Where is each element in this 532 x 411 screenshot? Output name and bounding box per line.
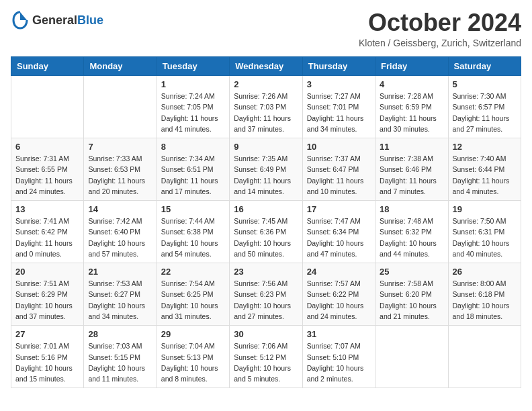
calendar-cell: 28Sunrise: 7:03 AM Sunset: 5:15 PM Dayli… bbox=[84, 326, 157, 388]
calendar-cell: 23Sunrise: 7:56 AM Sunset: 6:23 PM Dayli… bbox=[230, 263, 302, 326]
day-number: 25 bbox=[380, 267, 443, 277]
weekday-header: Wednesday bbox=[230, 57, 302, 76]
calendar-cell: 21Sunrise: 7:53 AM Sunset: 6:27 PM Dayli… bbox=[84, 263, 157, 326]
day-info: Sunrise: 7:45 AM Sunset: 6:36 PM Dayligh… bbox=[234, 216, 298, 259]
calendar-cell: 24Sunrise: 7:57 AM Sunset: 6:22 PM Dayli… bbox=[302, 263, 375, 326]
day-info: Sunrise: 7:58 AM Sunset: 6:20 PM Dayligh… bbox=[380, 278, 443, 322]
calendar-cell: 17Sunrise: 7:47 AM Sunset: 6:34 PM Dayli… bbox=[302, 201, 375, 263]
weekday-header: Thursday bbox=[302, 57, 375, 76]
day-info: Sunrise: 7:53 AM Sunset: 6:27 PM Dayligh… bbox=[88, 278, 152, 322]
calendar-cell: 12Sunrise: 7:40 AM Sunset: 6:44 PM Dayli… bbox=[448, 138, 521, 201]
logo-general-text: General bbox=[32, 13, 77, 27]
calendar-cell: 29Sunrise: 7:04 AM Sunset: 5:13 PM Dayli… bbox=[157, 326, 229, 388]
calendar-cell: 19Sunrise: 7:50 AM Sunset: 6:31 PM Dayli… bbox=[448, 201, 521, 263]
day-info: Sunrise: 7:54 AM Sunset: 6:25 PM Dayligh… bbox=[161, 278, 225, 322]
day-info: Sunrise: 7:42 AM Sunset: 6:40 PM Dayligh… bbox=[88, 216, 152, 259]
calendar-cell: 8Sunrise: 7:34 AM Sunset: 6:51 PM Daylig… bbox=[157, 138, 229, 201]
day-number: 11 bbox=[380, 142, 443, 152]
title-section: October 2024 Kloten / Geissberg, Zurich,… bbox=[359, 11, 521, 48]
day-info: Sunrise: 7:07 AM Sunset: 5:10 PM Dayligh… bbox=[307, 340, 371, 384]
day-info: Sunrise: 7:48 AM Sunset: 6:32 PM Dayligh… bbox=[380, 216, 443, 259]
page-header: GeneralBlue October 2024 Kloten / Geissb… bbox=[11, 11, 521, 48]
calendar-cell: 9Sunrise: 7:35 AM Sunset: 6:49 PM Daylig… bbox=[230, 138, 302, 201]
day-info: Sunrise: 7:51 AM Sunset: 6:29 PM Dayligh… bbox=[15, 278, 79, 322]
day-number: 5 bbox=[453, 79, 517, 89]
calendar-cell bbox=[448, 326, 521, 388]
calendar-cell: 6Sunrise: 7:31 AM Sunset: 6:55 PM Daylig… bbox=[11, 138, 84, 201]
calendar-week-row: 13Sunrise: 7:41 AM Sunset: 6:42 PM Dayli… bbox=[11, 201, 521, 263]
calendar-cell: 1Sunrise: 7:24 AM Sunset: 7:05 PM Daylig… bbox=[157, 76, 229, 138]
calendar-cell: 30Sunrise: 7:06 AM Sunset: 5:12 PM Dayli… bbox=[230, 326, 302, 388]
day-info: Sunrise: 7:50 AM Sunset: 6:31 PM Dayligh… bbox=[453, 216, 517, 259]
day-info: Sunrise: 7:03 AM Sunset: 5:15 PM Dayligh… bbox=[88, 340, 152, 384]
calendar-cell: 31Sunrise: 7:07 AM Sunset: 5:10 PM Dayli… bbox=[302, 326, 375, 388]
day-number: 10 bbox=[307, 142, 371, 152]
day-info: Sunrise: 7:34 AM Sunset: 6:51 PM Dayligh… bbox=[161, 153, 225, 197]
day-info: Sunrise: 7:26 AM Sunset: 7:03 PM Dayligh… bbox=[234, 91, 298, 134]
calendar-cell: 2Sunrise: 7:26 AM Sunset: 7:03 PM Daylig… bbox=[230, 76, 302, 138]
day-number: 18 bbox=[380, 204, 443, 214]
day-number: 19 bbox=[453, 204, 517, 214]
day-number: 20 bbox=[15, 267, 79, 277]
day-number: 14 bbox=[88, 204, 152, 214]
calendar-cell: 5Sunrise: 7:30 AM Sunset: 6:57 PM Daylig… bbox=[448, 76, 521, 138]
weekday-header-row: SundayMondayTuesdayWednesdayThursdayFrid… bbox=[11, 57, 521, 76]
day-info: Sunrise: 7:31 AM Sunset: 6:55 PM Dayligh… bbox=[15, 153, 79, 197]
calendar-cell: 18Sunrise: 7:48 AM Sunset: 6:32 PM Dayli… bbox=[375, 201, 448, 263]
calendar-table: SundayMondayTuesdayWednesdayThursdayFrid… bbox=[11, 56, 521, 388]
day-number: 23 bbox=[234, 267, 298, 277]
calendar-cell: 4Sunrise: 7:28 AM Sunset: 6:59 PM Daylig… bbox=[375, 76, 448, 138]
calendar-cell: 26Sunrise: 8:00 AM Sunset: 6:18 PM Dayli… bbox=[448, 263, 521, 326]
calendar-cell: 7Sunrise: 7:33 AM Sunset: 6:53 PM Daylig… bbox=[84, 138, 157, 201]
calendar-cell: 14Sunrise: 7:42 AM Sunset: 6:40 PM Dayli… bbox=[84, 201, 157, 263]
day-info: Sunrise: 7:01 AM Sunset: 5:16 PM Dayligh… bbox=[15, 340, 79, 384]
day-info: Sunrise: 7:38 AM Sunset: 6:46 PM Dayligh… bbox=[380, 153, 443, 197]
day-number: 26 bbox=[453, 267, 517, 277]
day-info: Sunrise: 7:41 AM Sunset: 6:42 PM Dayligh… bbox=[15, 216, 79, 259]
calendar-cell bbox=[84, 76, 157, 138]
day-info: Sunrise: 7:57 AM Sunset: 6:22 PM Dayligh… bbox=[307, 278, 371, 322]
day-number: 31 bbox=[307, 329, 371, 339]
calendar-cell: 22Sunrise: 7:54 AM Sunset: 6:25 PM Dayli… bbox=[157, 263, 229, 326]
day-number: 7 bbox=[88, 142, 152, 152]
weekday-header: Tuesday bbox=[157, 57, 229, 76]
calendar-cell: 13Sunrise: 7:41 AM Sunset: 6:42 PM Dayli… bbox=[11, 201, 84, 263]
day-info: Sunrise: 7:04 AM Sunset: 5:13 PM Dayligh… bbox=[161, 340, 225, 384]
day-info: Sunrise: 7:47 AM Sunset: 6:34 PM Dayligh… bbox=[307, 216, 371, 259]
calendar-cell: 27Sunrise: 7:01 AM Sunset: 5:16 PM Dayli… bbox=[11, 326, 84, 388]
day-info: Sunrise: 7:06 AM Sunset: 5:12 PM Dayligh… bbox=[234, 340, 298, 384]
day-number: 1 bbox=[161, 79, 225, 89]
logo-blue-text: Blue bbox=[77, 13, 103, 27]
day-number: 29 bbox=[161, 329, 225, 339]
day-number: 28 bbox=[88, 329, 152, 339]
month-title: October 2024 bbox=[359, 11, 521, 35]
day-number: 21 bbox=[88, 267, 152, 277]
calendar-cell: 10Sunrise: 7:37 AM Sunset: 6:47 PM Dayli… bbox=[302, 138, 375, 201]
day-number: 8 bbox=[161, 142, 225, 152]
day-info: Sunrise: 7:24 AM Sunset: 7:05 PM Dayligh… bbox=[161, 91, 225, 134]
day-number: 30 bbox=[234, 329, 298, 339]
calendar-cell bbox=[11, 76, 84, 138]
day-info: Sunrise: 7:27 AM Sunset: 7:01 PM Dayligh… bbox=[307, 91, 371, 134]
logo: GeneralBlue bbox=[11, 11, 103, 30]
day-number: 15 bbox=[161, 204, 225, 214]
location-text: Kloten / Geissberg, Zurich, Switzerland bbox=[359, 38, 521, 48]
weekday-header: Sunday bbox=[11, 57, 84, 76]
calendar-week-row: 1Sunrise: 7:24 AM Sunset: 7:05 PM Daylig… bbox=[11, 76, 521, 138]
day-number: 27 bbox=[15, 329, 79, 339]
calendar-cell: 20Sunrise: 7:51 AM Sunset: 6:29 PM Dayli… bbox=[11, 263, 84, 326]
day-number: 2 bbox=[234, 79, 298, 89]
day-number: 16 bbox=[234, 204, 298, 214]
day-number: 6 bbox=[15, 142, 79, 152]
day-number: 22 bbox=[161, 267, 225, 277]
day-number: 13 bbox=[15, 204, 79, 214]
calendar-cell: 15Sunrise: 7:44 AM Sunset: 6:38 PM Dayli… bbox=[157, 201, 229, 263]
weekday-header: Saturday bbox=[448, 57, 521, 76]
day-info: Sunrise: 7:35 AM Sunset: 6:49 PM Dayligh… bbox=[234, 153, 298, 197]
day-number: 24 bbox=[307, 267, 371, 277]
calendar-cell: 3Sunrise: 7:27 AM Sunset: 7:01 PM Daylig… bbox=[302, 76, 375, 138]
calendar-cell bbox=[375, 326, 448, 388]
logo-icon bbox=[11, 11, 30, 30]
calendar-week-row: 20Sunrise: 7:51 AM Sunset: 6:29 PM Dayli… bbox=[11, 263, 521, 326]
day-info: Sunrise: 7:44 AM Sunset: 6:38 PM Dayligh… bbox=[161, 216, 225, 259]
